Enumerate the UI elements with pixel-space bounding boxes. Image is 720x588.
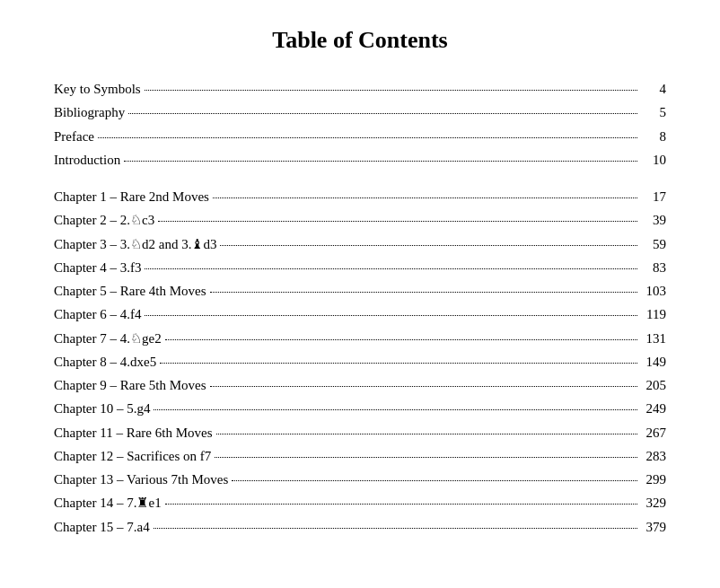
toc-dots — [145, 90, 637, 91]
toc-entry-label: Chapter 3 – 3.♘d2 and 3.♝d3 — [54, 234, 216, 255]
toc-entry-label: Chapter 1 – Rare 2nd Moves — [54, 187, 209, 207]
toc-entry: Chapter 2 – 2.♘c339 — [54, 210, 666, 231]
toc-entry-page: 329 — [641, 493, 666, 513]
toc-dots — [154, 528, 637, 529]
toc-entry: Chapter 4 – 3.f383 — [54, 258, 666, 278]
toc-entry: Chapter 15 – 7.a4379 — [54, 517, 666, 538]
toc-entry: Chapter 10 – 5.g4249 — [54, 399, 666, 419]
toc-entry: Chapter 9 – Rare 5th Moves205 — [54, 375, 666, 396]
toc-dots — [216, 434, 638, 434]
toc-entry-page: 249 — [641, 399, 666, 419]
toc-entry-page: 379 — [641, 517, 666, 538]
toc-entry-label: Introduction — [54, 150, 120, 171]
toc-entry-label: Chapter 9 – Rare 5th Moves — [54, 375, 206, 396]
toc-entry-page: 267 — [641, 423, 666, 443]
toc-dots — [215, 457, 637, 458]
toc-dots — [210, 292, 637, 293]
toc-dots — [154, 409, 637, 410]
toc-entry-page: 283 — [641, 446, 666, 467]
toc-entry: Chapter 11 – Rare 6th Moves267 — [54, 423, 666, 443]
toc-entry: Chapter 3 – 3.♘d2 and 3.♝d359 — [54, 234, 666, 255]
toc-entry-page: 5 — [641, 102, 666, 123]
toc-entry: Chapter 13 – Various 7th Moves299 — [54, 470, 666, 490]
toc-section-chapters: Chapter 1 – Rare 2nd Moves17Chapter 2 – … — [54, 187, 666, 538]
toc-entry-label: Chapter 7 – 4.♘ge2 — [54, 329, 162, 349]
toc-entry-label: Key to Symbols — [54, 79, 141, 100]
toc-entry-label: Chapter 4 – 3.f3 — [54, 258, 141, 278]
toc-entry-label: Chapter 12 – Sacrifices on f7 — [54, 446, 211, 467]
toc-entry-page: 103 — [641, 281, 666, 302]
toc-entry: Key to Symbols4 — [54, 79, 666, 100]
toc-entry-page: 149 — [641, 352, 666, 373]
toc-entry-label: Chapter 2 – 2.♘c3 — [54, 210, 154, 231]
toc-entry-page: 10 — [641, 150, 666, 171]
toc-container: Key to Symbols4Bibliography5Preface8Intr… — [54, 79, 666, 538]
toc-dots — [145, 315, 637, 316]
toc-dots — [124, 161, 637, 162]
toc-entry: Introduction10 — [54, 150, 666, 171]
toc-dots — [158, 221, 637, 222]
toc-entry: Chapter 14 – 7.♜e1329 — [54, 493, 666, 513]
toc-entry: Chapter 6 – 4.f4119 — [54, 304, 666, 325]
toc-dots — [165, 339, 637, 340]
toc-entry: Chapter 5 – Rare 4th Moves103 — [54, 281, 666, 302]
toc-entry: Chapter 8 – 4.dxe5149 — [54, 352, 666, 373]
toc-entry: Bibliography5 — [54, 102, 666, 123]
toc-entry-page: 83 — [641, 258, 666, 278]
toc-entry-page: 131 — [641, 329, 666, 349]
toc-section-prelim: Key to Symbols4Bibliography5Preface8Intr… — [54, 79, 666, 171]
toc-dots — [210, 386, 637, 387]
toc-entry: Chapter 12 – Sacrifices on f7283 — [54, 446, 666, 467]
toc-entry-label: Chapter 15 – 7.a4 — [54, 517, 150, 538]
page-title: Table of Contents — [54, 27, 666, 54]
toc-dots — [145, 268, 637, 269]
toc-entry-page: 205 — [641, 375, 666, 396]
toc-entry-label: Chapter 5 – Rare 4th Moves — [54, 281, 206, 302]
toc-entry-page: 8 — [641, 127, 666, 147]
toc-entry-page: 119 — [641, 304, 666, 325]
toc-entry-page: 59 — [641, 234, 666, 255]
toc-dots — [220, 245, 637, 246]
toc-entry-label: Chapter 6 – 4.f4 — [54, 304, 141, 325]
toc-dots — [213, 197, 637, 198]
toc-entry: Chapter 1 – Rare 2nd Moves17 — [54, 187, 666, 207]
toc-entry-label: Chapter 13 – Various 7th Moves — [54, 470, 228, 490]
toc-entry-page: 17 — [641, 187, 666, 207]
toc-entry-page: 4 — [641, 79, 666, 100]
toc-dots — [98, 137, 637, 138]
toc-entry-page: 299 — [641, 470, 666, 490]
toc-dots — [165, 504, 637, 505]
toc-entry-label: Chapter 10 – 5.g4 — [54, 399, 150, 419]
toc-entry-page: 39 — [641, 210, 666, 231]
toc-dots — [232, 480, 637, 481]
toc-entry-label: Chapter 11 – Rare 6th Moves — [54, 423, 213, 443]
toc-dots — [128, 113, 637, 114]
toc-entry-label: Bibliography — [54, 102, 125, 123]
toc-entry-label: Preface — [54, 127, 94, 147]
toc-dots — [160, 363, 637, 364]
toc-entry-label: Chapter 8 – 4.dxe5 — [54, 352, 156, 373]
toc-entry: Preface8 — [54, 127, 666, 147]
toc-entry: Chapter 7 – 4.♘ge2131 — [54, 329, 666, 349]
toc-entry-label: Chapter 14 – 7.♜e1 — [54, 493, 162, 513]
